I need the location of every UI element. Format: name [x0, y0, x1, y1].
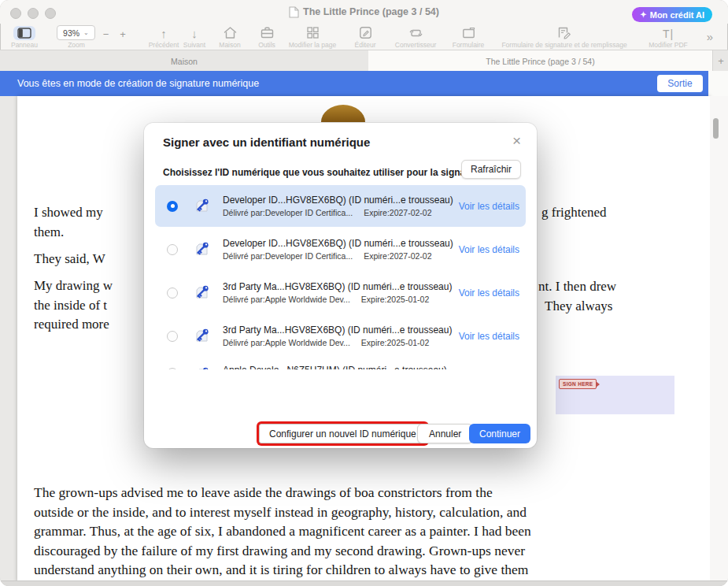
dialog-title: Signer avec un identifiant numérique: [163, 135, 370, 149]
continue-label: Continuer: [479, 428, 520, 440]
issuer-text: Délivré par:Apple Worldwide Dev...: [223, 295, 350, 304]
expiry-text: Expire:2027-02-02: [364, 251, 431, 261]
certificate-key-icon: [193, 196, 212, 216]
radio-unselected[interactable]: [167, 331, 178, 342]
digital-id-subtitle: Délivré par:Developer ID Certifica...Exp…: [223, 251, 454, 261]
expiry-text: Expire:2027-02-02: [364, 208, 431, 217]
view-details-link[interactable]: Voir les détails: [459, 244, 519, 255]
digital-id-title: Apple Develo...N6Z5H7HM) (ID numéri...e …: [223, 365, 519, 369]
digital-id-row[interactable]: 3rd Party Ma...HGV8EX6BQ) (ID numéri...e…: [155, 272, 526, 313]
view-details-link[interactable]: Voir les détails: [459, 331, 519, 342]
banner-row: Vous êtes en mode de création de signatu…: [0, 71, 728, 96]
new-tab-button[interactable]: +: [712, 50, 728, 72]
window-title: The Little Prince (page 3 / 54): [0, 0, 728, 24]
minimize-window-button[interactable]: [28, 8, 39, 19]
document-icon: [289, 6, 299, 18]
digital-id-row[interactable]: 3rd Party Ma...HGV8EX6BQ) (ID numéri...e…: [155, 315, 526, 357]
close-icon[interactable]: ×: [511, 132, 523, 150]
refresh-button[interactable]: Rafraîchir: [461, 160, 521, 179]
page-grid-icon: [305, 25, 320, 40]
tab-document[interactable]: The Little Prince (page 3 / 54): [368, 50, 712, 72]
toolbar-overflow-button[interactable]: »: [699, 24, 721, 50]
digital-id-title: 3rd Party Ma...HGV8EX6BQ) (ID numéri...e…: [223, 281, 454, 292]
digital-id-row[interactable]: Apple Develo...N6Z5H7HM) (ID numéri...e …: [155, 358, 526, 369]
zoom-window-button[interactable]: [45, 8, 56, 19]
digital-id-title: Developer ID...HGV8EX6BQ) (ID numéri...e…: [223, 195, 454, 206]
digital-id-subtitle: Délivré par:Developer ID Certifica...Exp…: [223, 208, 454, 217]
arrow-up-icon: ↑: [161, 27, 167, 40]
zoom-select[interactable]: 93% ⌄: [57, 25, 95, 40]
continue-button[interactable]: Continuer: [469, 424, 530, 443]
tab-home-label: Maison: [171, 57, 198, 66]
issuer-text: Délivré par:Developer ID Certifica...: [223, 251, 353, 261]
digital-id-row[interactable]: Developer ID...HGV8EX6BQ) (ID numéri...e…: [155, 185, 526, 227]
vertical-scrollbar[interactable]: [710, 96, 728, 580]
form-button[interactable]: Formulaire: [445, 24, 491, 50]
plus-icon: +: [718, 55, 724, 67]
edit-page-button[interactable]: Modifier la page: [285, 24, 340, 50]
previous-page-button[interactable]: ↑ Précédent: [146, 24, 181, 50]
expiry-text: Expire:2025-01-02: [361, 338, 429, 347]
digital-id-title: 3rd Party Ma...HGV8EX6BQ) (ID numéri...e…: [223, 325, 454, 336]
tools-button[interactable]: Outils: [250, 24, 283, 50]
zoom-in-button[interactable]: +: [116, 28, 129, 40]
tab-document-label: The Little Prince (page 3 / 54): [486, 57, 594, 66]
signature-field[interactable]: SIGN HERE: [556, 376, 674, 414]
ai-credit-label: Mon crédit AI: [650, 10, 704, 20]
view-details-link[interactable]: Voir les détails: [459, 287, 519, 299]
toolbar: Panneau 93% ⌄ − + Zoom ↑ Précédent ↓ Sui…: [0, 24, 728, 50]
home-button[interactable]: Maison: [212, 24, 247, 50]
pdf-text-fragment: My drawing w: [34, 278, 113, 294]
certificate-key-icon: [193, 365, 212, 369]
window-bottom-edge: [0, 580, 728, 586]
pdf-text-fragment: I showed my: [34, 205, 103, 221]
pdf-paragraph: The grown-ups advised me to leave aside …: [34, 483, 531, 580]
radio-unselected[interactable]: [167, 244, 178, 255]
cancel-button[interactable]: Annuler: [417, 424, 473, 443]
sign-fill-button[interactable]: Formulaire de signature et de remplissag…: [494, 24, 634, 50]
pdf-text-fragment: They said, W: [34, 251, 105, 267]
radio-unselected[interactable]: [167, 368, 178, 369]
radio-selected[interactable]: [167, 201, 178, 212]
pdf-text-fragment: nt. I then drew: [538, 279, 616, 295]
digital-id-row[interactable]: Developer ID...HGV8EX6BQ) (ID numéri...e…: [155, 228, 526, 270]
view-details-link[interactable]: Voir les détails: [459, 201, 519, 212]
pdf-text-fragment: They always: [545, 299, 612, 314]
pdf-text-fragment: g frightened: [541, 205, 607, 221]
pdf-paragraph-line: understand anything on their own, and it…: [34, 560, 531, 580]
ai-credit-button[interactable]: ✦ Mon crédit AI: [632, 7, 712, 22]
edit-pdf-button[interactable]: T| Modifier PDF: [644, 24, 693, 50]
home-icon: [223, 25, 238, 40]
exit-mode-button[interactable]: Sortie: [657, 75, 703, 92]
tools-label: Outils: [250, 41, 283, 49]
pdf-text-fragment: required more: [34, 317, 109, 332]
traffic-lights: [10, 8, 56, 19]
edit-page-label: Modifier la page: [285, 41, 340, 49]
pdf-text-fragment: the inside of t: [34, 298, 107, 313]
sparkle-icon: ✦: [640, 10, 646, 19]
editor-button[interactable]: Éditeur: [345, 24, 386, 50]
pdf-paragraph-line: outside or the inside, and to interest m…: [34, 503, 531, 522]
pdf-paragraph-line: The grown-ups advised me to leave aside …: [34, 483, 531, 503]
form-icon: [461, 25, 476, 40]
certificate-key-icon: [193, 283, 212, 302]
scrollbar-thumb[interactable]: [713, 118, 719, 139]
digital-id-subtitle: Délivré par:Apple Worldwide Dev...Expire…: [223, 295, 454, 304]
text-edit-icon: T|: [663, 28, 674, 40]
radio-unselected[interactable]: [167, 287, 178, 299]
close-window-button[interactable]: [10, 8, 21, 19]
banner-message: Vous êtes en mode de création de signatu…: [17, 78, 259, 89]
converter-button[interactable]: Convertisseur: [387, 24, 444, 50]
editor-label: Éditeur: [345, 41, 386, 49]
zoom-out-button[interactable]: −: [100, 28, 113, 40]
exit-label: Sortie: [667, 78, 692, 89]
next-page-button[interactable]: ↓ Suivant: [178, 24, 211, 50]
app-window: The Little Prince (page 3 / 54) ✦ Mon cr…: [0, 0, 728, 586]
configure-new-id-button[interactable]: Configurer un nouvel ID numérique: [259, 424, 427, 443]
configure-label: Configurer un nouvel ID numérique: [269, 428, 416, 440]
pdf-paragraph-line: discouraged by the failure of my first d…: [34, 541, 531, 561]
digital-id-info: 3rd Party Ma...HGV8EX6BQ) (ID numéri...e…: [223, 325, 454, 347]
zoom-label: Zoom: [16, 41, 137, 49]
tab-home[interactable]: Maison: [0, 50, 369, 72]
form-label: Formulaire: [445, 41, 491, 49]
